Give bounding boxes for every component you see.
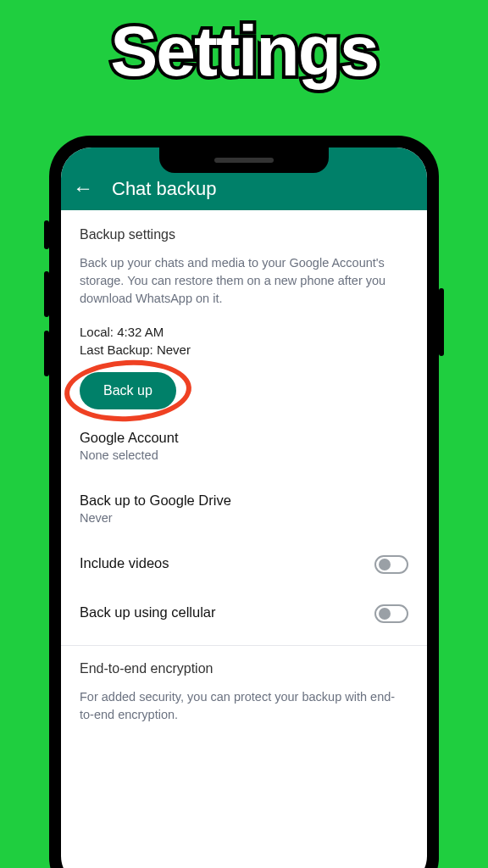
cellular-backup-label: Back up using cellular	[80, 604, 364, 620]
section-divider	[61, 645, 427, 646]
include-videos-toggle[interactable]	[374, 555, 408, 574]
backup-settings-heading: Backup settings	[80, 227, 408, 242]
google-account-label: Google Account	[80, 430, 408, 446]
local-backup-time: Local: 4:32 AM	[80, 325, 408, 339]
phone-side-button	[44, 271, 49, 317]
content-area: Backup settings Back up your chats and m…	[61, 210, 427, 724]
cellular-backup-row: Back up using cellular	[80, 589, 408, 638]
encryption-description: For added security, you can protect your…	[80, 688, 408, 724]
app-bar-title: Chat backup	[112, 178, 217, 200]
backup-frequency-label: Back up to Google Drive	[80, 492, 408, 509]
phone-notch	[159, 147, 329, 173]
promo-title: Settings	[0, 15, 488, 86]
phone-speaker	[214, 158, 274, 163]
encryption-heading: End-to-end encryption	[80, 661, 408, 676]
phone-side-button	[44, 220, 49, 249]
backup-settings-description: Back up your chats and media to your Goo…	[80, 254, 408, 308]
google-account-row[interactable]: Google Account None selected	[80, 415, 408, 477]
back-arrow-icon[interactable]: ←	[73, 178, 93, 200]
last-backup-status: Last Backup: Never	[80, 342, 408, 357]
backup-frequency-row[interactable]: Back up to Google Drive Never	[80, 477, 408, 540]
include-videos-label: Include videos	[80, 555, 364, 571]
backup-button-highlight: Back up	[80, 372, 176, 409]
backup-button[interactable]: Back up	[80, 372, 176, 409]
toggle-knob-icon	[379, 559, 391, 570]
cellular-backup-toggle[interactable]	[374, 604, 408, 623]
toggle-knob-icon	[379, 608, 391, 620]
google-account-value: None selected	[80, 448, 408, 462]
phone-frame: ← Chat backup Backup settings Back up yo…	[49, 136, 439, 868]
backup-frequency-value: Never	[80, 511, 408, 525]
phone-side-button	[44, 331, 49, 376]
phone-screen: ← Chat backup Backup settings Back up yo…	[61, 147, 427, 868]
phone-side-button	[439, 288, 444, 356]
include-videos-row: Include videos	[80, 540, 408, 589]
